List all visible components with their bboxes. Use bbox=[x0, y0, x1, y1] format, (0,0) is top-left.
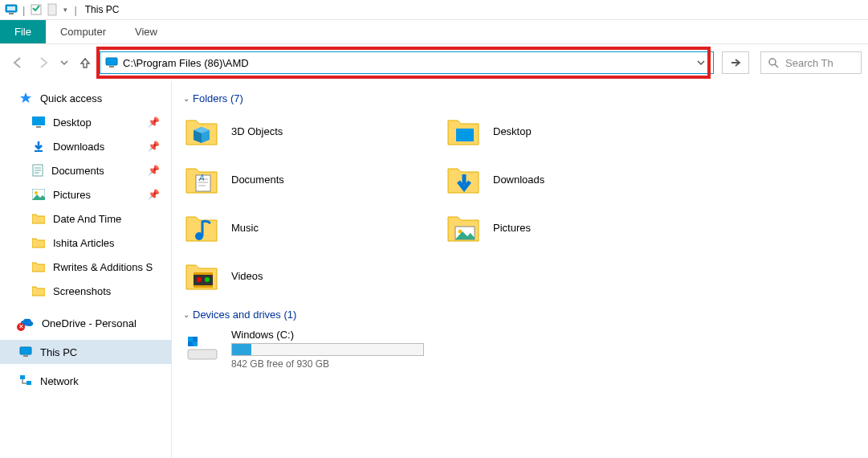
sidebar-this-pc[interactable]: This PC bbox=[0, 340, 171, 364]
sidebar-item-folder[interactable]: Ishita Articles bbox=[0, 231, 171, 255]
ribbon-tabs: File Computer View bbox=[0, 20, 868, 44]
svg-rect-1 bbox=[7, 6, 15, 10]
folder-icon bbox=[32, 261, 45, 272]
separator: | bbox=[22, 4, 25, 16]
folder-3d-objects[interactable]: 3D Objects bbox=[183, 112, 424, 149]
pin-icon: 📌 bbox=[148, 141, 160, 152]
label: Pictures bbox=[53, 189, 91, 201]
label: Videos bbox=[231, 270, 263, 282]
file-tab[interactable]: File bbox=[0, 20, 46, 43]
sidebar-network[interactable]: Network bbox=[0, 369, 171, 393]
svg-rect-36 bbox=[188, 350, 217, 359]
drives-group-header[interactable]: ⌄ Devices and drives (1) bbox=[183, 309, 857, 321]
separator: | bbox=[74, 4, 76, 16]
svg-rect-32 bbox=[194, 272, 213, 275]
label: Network bbox=[40, 375, 79, 387]
drive-free-text: 842 GB free of 930 GB bbox=[231, 358, 424, 370]
view-tab[interactable]: View bbox=[120, 20, 172, 43]
document-icon[interactable] bbox=[46, 3, 59, 16]
chevron-down-icon: ⌄ bbox=[183, 310, 189, 319]
folder-downloads[interactable]: Downloads bbox=[445, 161, 686, 198]
label: This PC bbox=[40, 346, 77, 358]
forward-button[interactable] bbox=[32, 51, 55, 74]
svg-rect-20 bbox=[20, 375, 25, 379]
label: Downloads bbox=[53, 141, 104, 153]
computer-tab[interactable]: Computer bbox=[46, 20, 120, 43]
drive-label: Windows (C:) bbox=[231, 329, 424, 341]
svg-rect-33 bbox=[194, 285, 213, 288]
address-bar[interactable] bbox=[100, 51, 714, 74]
sidebar-item-desktop[interactable]: Desktop 📌 bbox=[0, 110, 171, 134]
title-bar: | ▾ | This PC bbox=[0, 0, 868, 20]
search-box[interactable]: Search Th bbox=[760, 51, 862, 74]
videos-icon bbox=[183, 257, 220, 294]
sidebar-item-pictures[interactable]: Pictures 📌 bbox=[0, 182, 171, 207]
svg-rect-22 bbox=[456, 129, 474, 141]
drive-windows-c[interactable]: Windows (C:) 842 GB free of 930 GB bbox=[183, 329, 424, 370]
svg-rect-19 bbox=[23, 355, 28, 357]
this-pc-icon bbox=[105, 57, 118, 68]
go-button[interactable] bbox=[722, 51, 749, 74]
recent-dropdown[interactable] bbox=[58, 51, 71, 74]
sidebar-item-folder[interactable]: Screenshots bbox=[0, 279, 171, 303]
label: Quick access bbox=[40, 92, 102, 104]
svg-rect-39 bbox=[193, 341, 198, 346]
3d-objects-icon bbox=[183, 112, 220, 149]
svg-point-35 bbox=[205, 277, 210, 282]
svg-rect-9 bbox=[32, 117, 45, 125]
svg-rect-5 bbox=[106, 58, 117, 65]
folder-desktop[interactable]: Desktop bbox=[445, 112, 686, 149]
drive-icon bbox=[183, 329, 220, 366]
label: 3D Objects bbox=[231, 125, 283, 137]
svg-point-7 bbox=[769, 59, 776, 65]
downloads-icon bbox=[445, 161, 482, 198]
content-pane: ⌄ Folders (7) 3D Objects Desktop A Docum… bbox=[172, 81, 868, 458]
folders-group-header[interactable]: ⌄ Folders (7) bbox=[183, 92, 857, 104]
music-icon bbox=[183, 209, 220, 246]
documents-icon bbox=[32, 164, 43, 177]
label: Rwrites & Additions S bbox=[53, 261, 153, 273]
sidebar-item-downloads[interactable]: Downloads 📌 bbox=[0, 134, 171, 158]
folder-documents[interactable]: A Documents bbox=[183, 161, 424, 198]
folder-music[interactable]: Music bbox=[183, 209, 424, 246]
label: Music bbox=[231, 222, 259, 234]
svg-point-34 bbox=[197, 277, 202, 282]
this-pc-icon bbox=[19, 346, 32, 358]
sidebar-quick-access[interactable]: Quick access bbox=[0, 86, 171, 110]
sidebar-item-folder[interactable]: Rwrites & Additions S bbox=[0, 255, 171, 279]
network-icon bbox=[19, 374, 32, 387]
window-title: This PC bbox=[85, 4, 120, 15]
sidebar-item-documents[interactable]: Documents 📌 bbox=[0, 158, 171, 182]
drive-usage-bar bbox=[231, 343, 424, 356]
folder-icon bbox=[32, 213, 45, 224]
sidebar-item-folder[interactable]: Date And Time bbox=[0, 207, 171, 231]
search-icon bbox=[768, 57, 779, 68]
pictures-icon bbox=[445, 209, 482, 246]
chevron-down-icon: ⌄ bbox=[183, 94, 189, 103]
up-button[interactable] bbox=[74, 51, 96, 74]
label: OneDrive - Personal bbox=[42, 317, 137, 329]
back-button[interactable] bbox=[6, 51, 29, 74]
folder-videos[interactable]: Videos bbox=[183, 257, 424, 294]
folder-icon bbox=[32, 285, 45, 296]
desktop-icon bbox=[445, 112, 482, 149]
label: Folders (7) bbox=[193, 92, 243, 104]
svg-rect-10 bbox=[36, 126, 41, 128]
svg-rect-38 bbox=[188, 337, 193, 341]
label: Screenshots bbox=[53, 285, 111, 297]
svg-rect-18 bbox=[20, 347, 31, 354]
nav-pane: Quick access Desktop 📌 Downloads 📌 Docum… bbox=[0, 81, 172, 458]
folder-icon bbox=[32, 237, 45, 248]
address-input[interactable] bbox=[123, 53, 689, 72]
sidebar-onedrive[interactable]: ✕ OneDrive - Personal bbox=[0, 311, 171, 335]
dropdown-icon[interactable]: ▾ bbox=[63, 6, 67, 14]
label: Documents bbox=[231, 174, 284, 186]
chevron-down-icon[interactable] bbox=[694, 59, 708, 67]
navigation-bar: Search Th bbox=[0, 44, 868, 81]
svg-rect-2 bbox=[9, 13, 14, 14]
folder-pictures[interactable]: Pictures bbox=[445, 209, 686, 246]
svg-line-8 bbox=[775, 64, 778, 67]
label: Ishita Articles bbox=[53, 237, 115, 249]
svg-rect-21 bbox=[26, 381, 31, 385]
properties-icon[interactable] bbox=[30, 3, 43, 16]
